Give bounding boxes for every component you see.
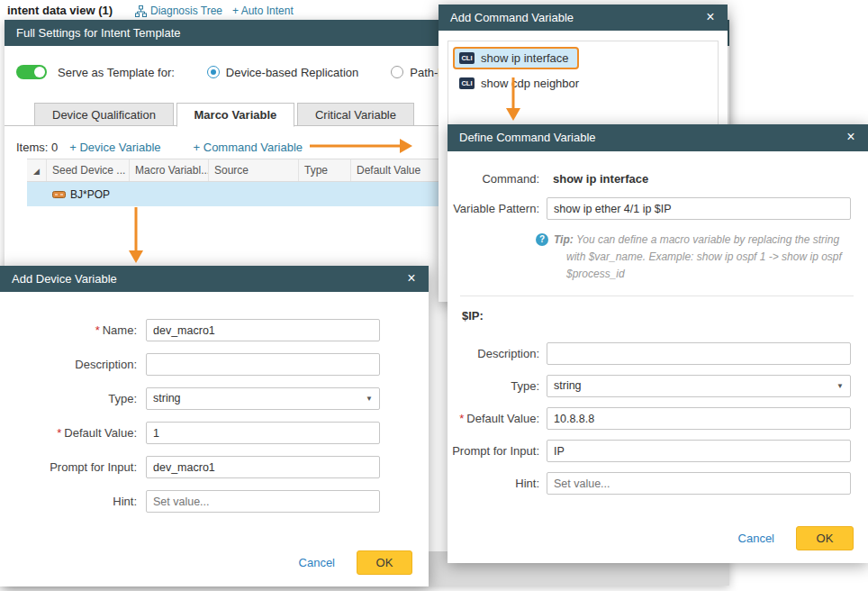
select-all-triangle[interactable]: ◢ [27,159,47,181]
column-default-value[interactable]: Default Value [351,159,439,181]
column-type[interactable]: Type [299,159,351,181]
tab-marco-variable[interactable]: Marco Variable [176,103,295,127]
top-bar: intent data view (1) Diagnosis Tree + Au… [0,0,868,22]
type-select-value: string [554,379,582,392]
tab-critical-variable[interactable]: Critical Variable [297,103,414,126]
default-value-label: *Default Value: [0,426,146,440]
prompt-for-input-field-row: Prompt for Input: [0,456,429,478]
intent-title: intent data view (1) [7,4,113,17]
description-label: Description: [0,358,146,371]
add-device-dialog-header: Add Device Variable × [0,266,429,292]
radio-device-based-replication[interactable]: Device-based Replication [207,66,358,79]
hint-label: Hint: [0,495,146,508]
help-question-icon: ? [536,233,548,246]
dialog-title: Define Command Variable [459,131,596,144]
close-icon[interactable]: × [701,5,720,31]
cancel-button[interactable]: Cancel [738,532,774,545]
name-input[interactable] [146,319,380,341]
close-icon[interactable]: × [841,124,861,150]
command-row: Command: show ip interface [448,168,868,190]
type-select[interactable]: string ▼ [146,387,380,410]
radio-device-label: Device-based Replication [226,66,358,79]
description-field-row: Description: [0,353,429,376]
chevron-down-icon: ▼ [836,376,844,396]
define-command-body: Command: show ip interface Variable Patt… [448,151,868,495]
radio-unselected-icon [391,66,403,78]
description-label: Description: [448,347,547,360]
divider [460,296,854,296]
ok-button[interactable]: OK [357,550,412,575]
toggle-knob [34,67,45,77]
type-field-row: Type: string ▼ [448,375,868,397]
tab-device-qualification[interactable]: Device Qualification [34,103,174,126]
seed-device-name: BJ*POP [70,188,110,201]
device-icon [52,189,66,200]
default-value-input[interactable] [146,422,380,444]
name-label: *Name: [0,323,146,337]
diagnosis-tree-icon [135,5,147,17]
tip-line-3: $process_id [566,266,846,283]
add-device-variable-link[interactable]: + Device Variable [69,141,160,154]
prompt-for-input-input[interactable] [547,440,851,462]
chevron-down-icon: ▼ [366,388,373,409]
variable-pattern-label: Variable Pattern: [448,202,547,215]
prompt-for-input-label: Prompt for Input: [448,444,547,458]
type-label: Type: [0,392,146,405]
tip-text: ? Tip: You can define a macro variable b… [554,232,846,283]
dialog-title: Add Device Variable [12,272,117,286]
hint-field-row: Hint: [448,472,868,495]
prompt-for-input-label: Prompt for Input: [0,460,146,474]
description-input[interactable] [146,353,380,376]
cli-icon: CLI [459,77,475,89]
tip-line-2: with $var_name. Example: show ip ospf 1 … [566,249,846,266]
column-seed-device[interactable]: Seed Device ... [47,159,130,181]
prompt-for-input-input[interactable] [146,456,380,478]
serve-as-template-toggle[interactable] [16,65,47,79]
cancel-button[interactable]: Cancel [299,556,335,569]
variable-pattern-row: Variable Pattern: [448,197,868,220]
type-select-value: string [153,392,181,405]
hint-field-row: Hint: [0,490,429,513]
cli-icon: CLI [459,52,475,64]
required-asterisk: * [95,323,100,337]
prompt-for-input-field-row: Prompt for Input: [448,440,868,462]
name-field-row: *Name: [0,319,429,341]
define-command-dialog-footer: Cancel OK [738,526,854,550]
screen: intent data view (1) Diagnosis Tree + Au… [0,0,868,591]
add-command-variable-link[interactable]: + Command Variable [194,141,303,154]
description-input[interactable] [547,342,851,365]
define-command-dialog-header: Define Command Variable × [448,124,868,151]
ok-button[interactable]: OK [796,526,854,550]
variables-toolbar: Items: 0 + Device Variable + Command Var… [16,139,303,155]
add-command-dialog-header: Add Command Variable × [439,5,728,31]
default-value-input[interactable] [547,407,851,430]
type-select[interactable]: string ▼ [547,375,851,397]
diagnosis-tree-link[interactable]: Diagnosis Tree [135,5,222,17]
command-label: show cdp neighbor [481,77,579,90]
tip-line-1: Tip: You can define a macro variable by … [554,232,846,249]
add-device-form: *Name: Description: Type: string ▼ *Defa… [0,292,429,513]
column-source[interactable]: Source [209,159,299,181]
ip-variable-form: Description: Type: string ▼ *Default Val… [448,342,868,495]
column-macro-variable[interactable]: Macro Variabl... [130,159,209,181]
ip-section-label: $IP: [462,309,868,323]
variable-pattern-input[interactable] [547,197,851,220]
command-label: Command: [448,172,547,186]
hint-input[interactable] [547,472,851,495]
type-label: Type: [448,379,547,393]
dialog-title: Full Settings for Intent Template [16,26,181,40]
command-item-show-ip-interface[interactable]: CLI show ip interface [453,47,579,69]
default-value-field-row: *Default Value: [0,422,429,444]
close-icon[interactable]: × [402,266,421,292]
add-device-dialog-footer: Cancel OK [299,550,412,575]
auto-intent-link[interactable]: + Auto Intent [232,5,294,17]
command-label: show ip interface [481,51,569,65]
type-field-row: Type: string ▼ [0,387,429,410]
items-count: Items: 0 [16,141,58,154]
hint-input[interactable] [146,490,380,513]
define-command-variable-dialog: Define Command Variable × Command: show … [448,124,868,563]
diagnosis-tree-label: Diagnosis Tree [150,5,222,17]
command-item-show-cdp-neighbor[interactable]: CLI show cdp neighbor [453,72,589,95]
hint-label: Hint: [448,477,547,490]
default-value-field-row: *Default Value: [448,407,868,430]
